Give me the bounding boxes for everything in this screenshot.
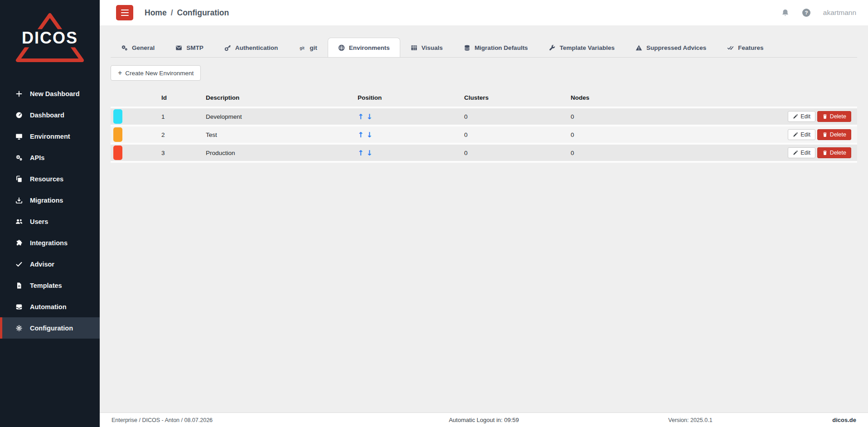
move-down-button[interactable]: ↓: [366, 112, 372, 121]
delete-button[interactable]: Delete: [817, 129, 851, 140]
bell-icon[interactable]: [781, 9, 790, 17]
create-new-environment-button[interactable]: + Create New Environment: [111, 65, 201, 81]
key-icon: [224, 44, 231, 51]
footer-license-text: Enterprise / DICOS - Anton / 08.07.2026: [112, 417, 213, 423]
tab-label: git: [310, 44, 317, 51]
pencil-icon: [793, 150, 798, 155]
sidebar-item-environment[interactable]: Environment: [0, 126, 100, 147]
pencil-icon: [793, 114, 798, 119]
delete-button-label: Delete: [830, 150, 846, 156]
sidebar-item-resources[interactable]: Resources: [0, 168, 100, 189]
warning-icon: [635, 44, 642, 51]
tab-label: Migration Defaults: [475, 44, 528, 51]
delete-button-label: Delete: [830, 131, 846, 138]
sidebar: DICOS New Dashboard Dashboard Environmen…: [0, 0, 100, 427]
sidebar-item-label: Templates: [30, 282, 62, 289]
cell-clusters: 0: [464, 107, 571, 126]
column-description: Description: [206, 94, 358, 107]
tab-environments[interactable]: Environments: [328, 38, 400, 57]
help-icon[interactable]: ?: [802, 8, 811, 17]
delete-button[interactable]: Delete: [817, 111, 851, 122]
column-nodes: Nodes: [571, 94, 760, 107]
sidebar-item-label: Environment: [30, 133, 70, 140]
copy-icon: [15, 175, 23, 183]
cell-clusters: 0: [464, 144, 571, 162]
config-tabs: General SMTP Authentication git git Envi…: [111, 38, 857, 58]
column-color: [111, 94, 161, 107]
hamburger-menu-button[interactable]: [116, 5, 133, 20]
sidebar-item-apis[interactable]: APIs: [0, 147, 100, 168]
move-down-button[interactable]: ↓: [366, 131, 372, 139]
tab-visuals[interactable]: Visuals: [400, 38, 453, 57]
column-actions: [760, 94, 857, 107]
database-icon: [464, 44, 470, 51]
svg-text:?: ?: [805, 10, 808, 15]
table-header-row: Id Description Position Clusters Nodes: [111, 94, 857, 107]
sidebar-item-users[interactable]: Users: [0, 211, 100, 232]
environment-color-swatch: [113, 109, 122, 124]
cell-nodes: 0: [571, 126, 760, 144]
move-up-button[interactable]: ↑: [358, 131, 364, 139]
edit-button[interactable]: Edit: [788, 129, 815, 140]
check-icon: [15, 261, 23, 268]
edit-button-label: Edit: [800, 113, 810, 120]
cell-description: Test: [206, 126, 358, 144]
footer: Enterprise / DICOS - Anton / 08.07.2026 …: [100, 412, 868, 427]
breadcrumb: Home/Configuration: [145, 8, 229, 18]
tachometer-icon: [15, 112, 23, 119]
cell-id: 2: [161, 126, 206, 144]
puzzle-icon: [15, 239, 23, 247]
envelope-icon: [175, 44, 182, 51]
tab-general[interactable]: General: [111, 38, 165, 57]
sidebar-item-integrations[interactable]: Integrations: [0, 232, 100, 253]
tab-label: General: [132, 44, 155, 51]
tab-authentication[interactable]: Authentication: [214, 38, 289, 57]
column-id: Id: [161, 94, 206, 107]
file-icon: [15, 282, 23, 289]
delete-button-label: Delete: [830, 113, 846, 120]
sidebar-nav: New Dashboard Dashboard Environment APIs…: [0, 83, 100, 339]
trash-icon: [822, 150, 828, 155]
sidebar-item-label: APIs: [30, 154, 44, 161]
tab-features[interactable]: Features: [717, 38, 774, 57]
sidebar-item-new-dashboard[interactable]: New Dashboard: [0, 83, 100, 104]
tab-label: Suppressed Advices: [646, 44, 706, 51]
column-clusters: Clusters: [464, 94, 571, 107]
breadcrumb-current: Configuration: [177, 8, 229, 17]
sidebar-item-automation[interactable]: Automation: [0, 296, 100, 317]
sidebar-item-label: Configuration: [30, 325, 73, 332]
plus-icon: +: [118, 69, 122, 77]
cell-id: 3: [161, 144, 206, 162]
sidebar-item-configuration[interactable]: Configuration: [0, 317, 100, 339]
edit-button[interactable]: Edit: [788, 147, 815, 158]
box-icon: [15, 303, 23, 311]
breadcrumb-home[interactable]: Home: [145, 8, 167, 17]
trash-icon: [822, 132, 828, 137]
move-up-button[interactable]: ↑: [358, 112, 364, 121]
tab-migration-defaults[interactable]: Migration Defaults: [453, 38, 538, 57]
footer-dicos-link[interactable]: dicos.de: [832, 417, 856, 423]
svg-text:git: git: [300, 45, 305, 50]
download-icon: [15, 197, 23, 204]
tab-label: SMTP: [186, 44, 204, 51]
move-up-button[interactable]: ↑: [358, 149, 364, 157]
sidebar-item-dashboard[interactable]: Dashboard: [0, 104, 100, 126]
sidebar-item-label: New Dashboard: [30, 90, 80, 97]
delete-button[interactable]: Delete: [817, 147, 851, 158]
cell-clusters: 0: [464, 126, 571, 144]
tab-label: Template Variables: [560, 44, 615, 51]
desktop-icon: [15, 133, 23, 140]
tab-git[interactable]: git git: [288, 38, 328, 57]
username[interactable]: akartmann: [823, 9, 856, 17]
move-down-button[interactable]: ↓: [366, 149, 372, 157]
sidebar-item-label: Resources: [30, 175, 63, 183]
sidebar-item-advisor[interactable]: Advisor: [0, 253, 100, 275]
create-button-label: Create New Environment: [125, 70, 194, 77]
sidebar-item-migrations[interactable]: Migrations: [0, 189, 100, 211]
sidebar-item-templates[interactable]: Templates: [0, 275, 100, 296]
edit-button[interactable]: Edit: [788, 111, 815, 122]
tab-smtp[interactable]: SMTP: [165, 38, 214, 57]
edit-button-label: Edit: [800, 150, 810, 156]
tab-suppressed-advices[interactable]: Suppressed Advices: [625, 38, 717, 57]
tab-template-variables[interactable]: Template Variables: [538, 38, 625, 57]
